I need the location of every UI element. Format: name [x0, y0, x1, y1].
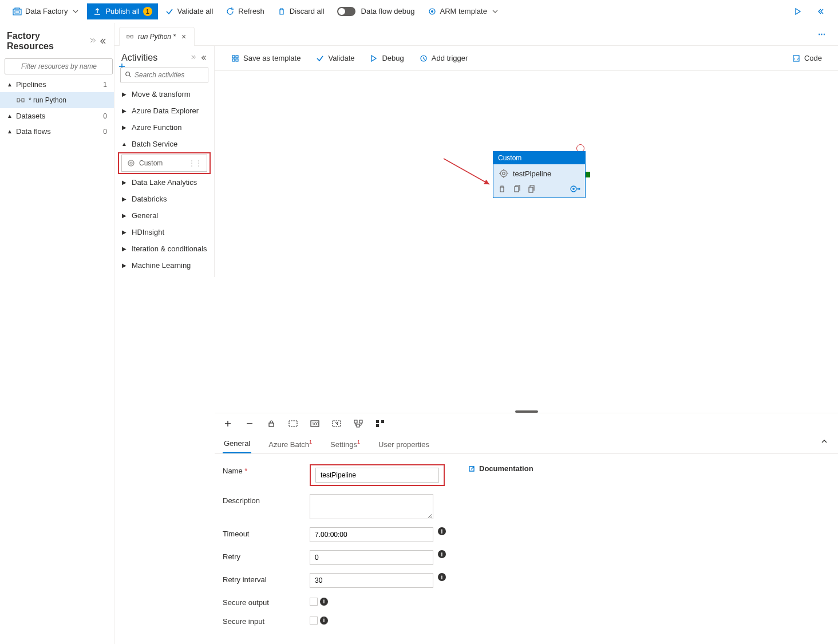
pin-icon[interactable]	[190, 54, 197, 61]
collapse-right-button[interactable]	[811, 3, 831, 19]
svg-rect-15	[236, 59, 238, 61]
data-flow-debug-toggle[interactable]: Data flow debug	[331, 3, 421, 19]
arm-template-dropdown[interactable]: ARM template	[422, 3, 505, 19]
info-icon[interactable]: i	[320, 617, 328, 625]
align-button[interactable]	[353, 418, 363, 429]
activity-group-batch-service[interactable]: ▲Batch Service	[114, 136, 214, 152]
retry-interval-label: Retry interval	[223, 575, 267, 584]
tab-general[interactable]: General	[223, 434, 251, 453]
svg-rect-12	[232, 56, 235, 58]
tree-group-dataflows[interactable]: ▲Data flows 0	[0, 124, 114, 139]
code-button[interactable]: Code	[785, 50, 829, 66]
add-output-button[interactable]	[570, 185, 580, 193]
pipeline-canvas[interactable]: Custom testPipeline	[215, 71, 838, 409]
activity-group-move-transform[interactable]: ▶Move & transform	[114, 86, 214, 102]
activity-group-databricks[interactable]: ▶Databricks	[114, 191, 214, 207]
zoom-out-button[interactable]	[244, 418, 255, 429]
collapse-panel-button[interactable]	[820, 437, 829, 446]
clone-node-button[interactable]	[513, 185, 521, 193]
refresh-icon	[226, 7, 235, 16]
add-trigger-label: Add trigger	[432, 54, 468, 62]
external-link-icon	[468, 465, 476, 473]
more-button[interactable]: ⋯	[816, 27, 829, 41]
tab-run-python[interactable]: run Python * ×	[119, 27, 195, 46]
pipeline-item-run-python[interactable]: * run Python	[0, 92, 114, 108]
svg-rect-0	[13, 9, 21, 15]
add-trigger-button[interactable]: Add trigger	[412, 50, 475, 66]
activity-group-azure-function[interactable]: ▶Azure Function	[114, 119, 214, 136]
timeout-input[interactable]	[310, 527, 433, 542]
secure-output-checkbox[interactable]	[310, 598, 318, 606]
name-label: Name	[223, 467, 243, 475]
activity-group-general[interactable]: ▶General	[114, 207, 214, 224]
activity-group-data-lake-analytics[interactable]: ▶Data Lake Analytics	[114, 174, 214, 191]
collapse-activities-icon[interactable]	[200, 54, 207, 61]
play-icon	[793, 7, 803, 16]
chevrons-left-icon	[816, 7, 825, 16]
output-connector[interactable]	[586, 172, 590, 177]
collapse-sidebar-icon[interactable]	[99, 37, 107, 45]
discard-all-button[interactable]: Discard all	[271, 3, 330, 19]
info-icon[interactable]: i	[438, 550, 446, 558]
lock-button[interactable]	[266, 418, 276, 429]
filter-resources-input[interactable]	[5, 58, 113, 74]
validate-label: Validate	[328, 54, 354, 62]
info-icon[interactable]: i	[438, 573, 446, 581]
tab-user-properties[interactable]: User properties	[377, 436, 430, 453]
save-as-template-button[interactable]: Save as template	[224, 50, 307, 66]
svg-rect-23	[269, 423, 274, 426]
debug-button[interactable]: Debug	[362, 50, 410, 66]
tab-azure-batch[interactable]: Azure Batch1	[267, 436, 313, 453]
activity-group-machine-learning[interactable]: ▶Machine Learning	[114, 257, 214, 274]
description-input[interactable]	[310, 494, 433, 519]
name-input[interactable]	[315, 468, 439, 483]
info-icon[interactable]: i	[438, 527, 446, 535]
tab-label: General	[224, 439, 250, 448]
activity-node-custom[interactable]: Custom testPipeline	[493, 151, 586, 198]
svg-rect-29	[359, 420, 362, 423]
validate-button[interactable]: Validate	[309, 50, 361, 66]
play-icon	[369, 54, 378, 63]
retry-interval-input[interactable]	[310, 573, 433, 588]
svg-rect-14	[232, 59, 235, 61]
tree-group-pipelines[interactable]: ▲Pipelines 1	[0, 77, 114, 92]
triangle-down-icon: ▲	[7, 81, 13, 88]
triangle-right-icon: ▶	[121, 124, 127, 131]
error-indicator-icon: 1	[309, 439, 312, 445]
activity-group-azure-data-explorer[interactable]: ▶Azure Data Explorer	[114, 102, 214, 119]
svg-rect-20	[515, 187, 519, 192]
close-tab-button[interactable]: ×	[181, 32, 186, 41]
triangle-right-icon: ▶	[121, 108, 127, 114]
fit-screen-button[interactable]	[288, 418, 298, 429]
documentation-link[interactable]: Documentation	[468, 464, 533, 473]
data-factory-dropdown[interactable]: Data Factory	[7, 3, 86, 19]
check-icon	[315, 54, 325, 63]
retry-input[interactable]	[310, 550, 433, 565]
search-activities-input[interactable]	[120, 68, 208, 82]
publish-all-button[interactable]: Publish all 1	[87, 3, 157, 19]
triangle-right-icon: ▶	[121, 179, 127, 185]
activity-group-iteration-conditionals[interactable]: ▶Iteration & conditionals	[114, 240, 214, 257]
svg-rect-30	[357, 424, 359, 427]
tab-settings[interactable]: Settings1	[329, 436, 361, 453]
run-button[interactable]	[788, 3, 808, 19]
zoom-100-button[interactable]: 100	[310, 418, 320, 429]
svg-rect-1	[15, 11, 19, 13]
svg-rect-31	[376, 420, 379, 423]
trigger-icon	[419, 54, 428, 63]
activity-custom[interactable]: Custom ⋮⋮	[121, 155, 207, 172]
zoom-in-button[interactable]	[223, 418, 233, 429]
activity-group-label: Iteration & conditionals	[132, 244, 207, 253]
secure-input-checkbox[interactable]	[310, 617, 318, 625]
validate-all-button[interactable]: Validate all	[159, 3, 219, 19]
delete-node-button[interactable]	[498, 185, 506, 193]
layout-button[interactable]	[375, 418, 385, 429]
refresh-button[interactable]: Refresh	[220, 3, 270, 19]
triangle-right-icon: ▶	[121, 246, 127, 252]
activity-group-hdinsight[interactable]: ▶HDInsight	[114, 224, 214, 240]
copy-node-button[interactable]	[528, 185, 536, 193]
info-icon[interactable]: i	[320, 598, 328, 606]
pin-icon[interactable]	[89, 37, 97, 45]
tree-group-datasets[interactable]: ▲Datasets 0	[0, 108, 114, 124]
select-button[interactable]	[331, 418, 342, 429]
